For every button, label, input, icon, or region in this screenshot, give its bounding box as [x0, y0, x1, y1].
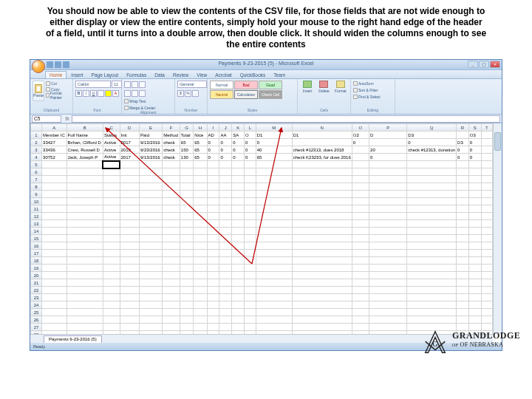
cell[interactable]: [256, 242, 292, 250]
cell[interactable]: [219, 272, 232, 279]
cell[interactable]: [352, 176, 369, 183]
cell[interactable]: [66, 301, 103, 309]
cell[interactable]: [66, 205, 103, 213]
cell[interactable]: 20: [369, 146, 407, 154]
cell[interactable]: [42, 279, 67, 287]
cell[interactable]: [407, 250, 457, 257]
cell[interactable]: Total: [180, 132, 193, 139]
cell[interactable]: 65: [194, 146, 207, 154]
cell[interactable]: [481, 161, 492, 168]
cell[interactable]: [481, 205, 492, 213]
cell[interactable]: [103, 213, 120, 220]
cell[interactable]: [120, 242, 139, 250]
cell[interactable]: [352, 287, 369, 294]
cell[interactable]: [369, 213, 407, 220]
align-right-button[interactable]: [139, 90, 146, 97]
cell[interactable]: [245, 287, 256, 294]
paste-button[interactable]: Paste: [33, 81, 44, 101]
cell[interactable]: D3: [407, 132, 457, 139]
cell[interactable]: 0: [232, 154, 245, 161]
cell[interactable]: [139, 161, 162, 168]
column-header[interactable]: L: [245, 124, 256, 132]
cell[interactable]: [66, 257, 103, 265]
cell[interactable]: 65: [180, 139, 193, 146]
name-box[interactable]: C5: [32, 115, 61, 123]
cell[interactable]: [163, 316, 180, 324]
cell[interactable]: 0: [468, 146, 481, 154]
cell[interactable]: 0: [232, 139, 245, 146]
wrap-text-button[interactable]: Wrap Text: [124, 98, 157, 103]
cell[interactable]: [245, 257, 256, 265]
cell[interactable]: [103, 220, 120, 228]
cell[interactable]: [481, 309, 492, 316]
cell[interactable]: [369, 235, 407, 242]
cell[interactable]: [369, 139, 407, 146]
cell[interactable]: [352, 324, 369, 331]
cell[interactable]: [194, 316, 207, 324]
cell[interactable]: [194, 213, 207, 220]
cell[interactable]: [481, 183, 492, 191]
cell[interactable]: [219, 309, 232, 316]
cell[interactable]: [256, 301, 292, 309]
cell[interactable]: [481, 287, 492, 294]
cell[interactable]: [66, 309, 103, 316]
cell[interactable]: [194, 301, 207, 309]
office-button[interactable]: [32, 60, 45, 73]
cell[interactable]: [256, 265, 292, 272]
cell[interactable]: [352, 279, 369, 287]
cell[interactable]: [207, 176, 219, 183]
cell[interactable]: [352, 272, 369, 279]
style-neutral[interactable]: Neutral: [210, 90, 233, 99]
cell[interactable]: [245, 198, 256, 205]
cell[interactable]: [292, 213, 352, 220]
cell[interactable]: [194, 220, 207, 228]
cell[interactable]: [468, 198, 481, 205]
cell[interactable]: [120, 183, 139, 191]
cell[interactable]: [42, 168, 67, 176]
cell[interactable]: 33427: [42, 139, 67, 146]
cell[interactable]: [207, 168, 219, 176]
tab-review[interactable]: Review: [169, 72, 192, 78]
sort-filter-button[interactable]: Sort & Filter: [353, 87, 395, 92]
cell[interactable]: [194, 176, 207, 183]
row-header[interactable]: 23: [31, 294, 42, 301]
cell[interactable]: [407, 176, 457, 183]
cell[interactable]: [352, 198, 369, 205]
cell[interactable]: [180, 198, 193, 205]
cell[interactable]: [457, 242, 469, 250]
cell[interactable]: [369, 198, 407, 205]
font-name-select[interactable]: Calibri: [75, 81, 111, 88]
cell[interactable]: [292, 287, 352, 294]
cell[interactable]: [139, 191, 162, 198]
tab-team[interactable]: Team: [270, 72, 289, 78]
cell[interactable]: [256, 161, 292, 168]
cell[interactable]: [207, 228, 219, 235]
cell[interactable]: [180, 257, 193, 265]
row-header[interactable]: 21: [31, 279, 42, 287]
cell[interactable]: [256, 198, 292, 205]
bold-button[interactable]: B: [75, 90, 82, 97]
cell[interactable]: [66, 235, 103, 242]
cell[interactable]: [103, 294, 120, 301]
row-header[interactable]: 3: [31, 146, 42, 154]
cell[interactable]: [481, 146, 492, 154]
cell[interactable]: [120, 287, 139, 294]
cell[interactable]: [120, 176, 139, 183]
cell[interactable]: [468, 242, 481, 250]
cell[interactable]: [232, 191, 245, 198]
cell[interactable]: [194, 242, 207, 250]
cell[interactable]: [42, 250, 67, 257]
align-bot-button[interactable]: [139, 81, 146, 88]
cell[interactable]: [457, 235, 469, 242]
cell[interactable]: [369, 242, 407, 250]
cell[interactable]: [194, 205, 207, 213]
cell[interactable]: [245, 161, 256, 168]
cell[interactable]: [139, 235, 162, 242]
cell[interactable]: [245, 324, 256, 331]
row-header[interactable]: 4: [31, 154, 42, 161]
column-header[interactable]: S: [468, 124, 481, 132]
spreadsheet-grid[interactable]: ABCDEFGHIJKLMNOPQRST1Member ICFull NameS…: [30, 123, 493, 334]
cell[interactable]: [163, 205, 180, 213]
cell[interactable]: [407, 279, 457, 287]
cell[interactable]: 0: [245, 154, 256, 161]
